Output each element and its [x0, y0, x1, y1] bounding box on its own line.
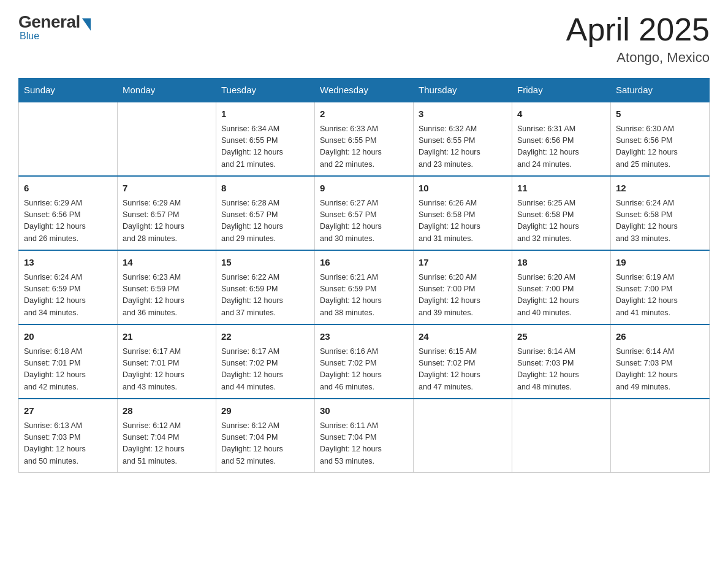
- header-sunday: Sunday: [19, 79, 118, 102]
- day-info: Sunrise: 6:14 AMSunset: 7:03 PMDaylight:…: [616, 346, 704, 394]
- logo-blue-text: Blue: [20, 31, 39, 42]
- calendar-cell: 11Sunrise: 6:25 AMSunset: 6:58 PMDayligh…: [512, 176, 611, 250]
- day-info: Sunrise: 6:26 AMSunset: 6:58 PMDaylight:…: [419, 197, 507, 245]
- calendar-cell: 26Sunrise: 6:14 AMSunset: 7:03 PMDayligh…: [611, 324, 710, 399]
- day-info: Sunrise: 6:34 AMSunset: 6:55 PMDaylight:…: [221, 123, 309, 171]
- page-header: General Blue April 2025 Atongo, Mexico: [18, 12, 710, 66]
- calendar-cell: 30Sunrise: 6:11 AMSunset: 7:04 PMDayligh…: [315, 399, 414, 473]
- day-number: 24: [419, 330, 507, 344]
- day-number: 3: [419, 107, 507, 121]
- logo-general-text: General: [18, 12, 80, 32]
- header-wednesday: Wednesday: [315, 79, 414, 102]
- day-number: 1: [221, 107, 309, 121]
- day-info: Sunrise: 6:22 AMSunset: 6:59 PMDaylight:…: [221, 272, 309, 320]
- day-number: 27: [24, 404, 112, 418]
- calendar-cell: 18Sunrise: 6:20 AMSunset: 7:00 PMDayligh…: [512, 250, 611, 324]
- day-info: Sunrise: 6:20 AMSunset: 7:00 PMDaylight:…: [419, 272, 507, 320]
- day-number: 26: [616, 330, 704, 344]
- calendar-week-2: 6Sunrise: 6:29 AMSunset: 6:56 PMDaylight…: [19, 176, 710, 250]
- day-info: Sunrise: 6:27 AMSunset: 6:57 PMDaylight:…: [320, 197, 408, 245]
- day-info: Sunrise: 6:12 AMSunset: 7:04 PMDaylight:…: [221, 420, 309, 468]
- day-number: 14: [123, 256, 211, 270]
- calendar-cell: 24Sunrise: 6:15 AMSunset: 7:02 PMDayligh…: [414, 324, 512, 399]
- calendar-cell: 15Sunrise: 6:22 AMSunset: 6:59 PMDayligh…: [216, 250, 315, 324]
- day-number: 4: [517, 107, 605, 121]
- logo-arrow-icon: [82, 18, 91, 31]
- header-thursday: Thursday: [414, 79, 512, 102]
- calendar-week-3: 13Sunrise: 6:24 AMSunset: 6:59 PMDayligh…: [19, 250, 710, 324]
- day-number: 30: [320, 404, 408, 418]
- day-number: 6: [24, 182, 112, 196]
- day-number: 17: [419, 256, 507, 270]
- calendar-cell: 28Sunrise: 6:12 AMSunset: 7:04 PMDayligh…: [118, 399, 216, 473]
- calendar-cell: 4Sunrise: 6:31 AMSunset: 6:56 PMDaylight…: [512, 102, 611, 176]
- day-info: Sunrise: 6:19 AMSunset: 7:00 PMDaylight:…: [616, 272, 704, 320]
- day-info: Sunrise: 6:15 AMSunset: 7:02 PMDaylight:…: [419, 346, 507, 394]
- day-number: 12: [616, 182, 704, 196]
- day-info: Sunrise: 6:12 AMSunset: 7:04 PMDaylight:…: [123, 420, 211, 468]
- day-info: Sunrise: 6:24 AMSunset: 6:59 PMDaylight:…: [24, 272, 112, 320]
- calendar-cell: 10Sunrise: 6:26 AMSunset: 6:58 PMDayligh…: [414, 176, 512, 250]
- calendar-cell: 19Sunrise: 6:19 AMSunset: 7:00 PMDayligh…: [611, 250, 710, 324]
- calendar-cell: 22Sunrise: 6:17 AMSunset: 7:02 PMDayligh…: [216, 324, 315, 399]
- calendar-cell: 13Sunrise: 6:24 AMSunset: 6:59 PMDayligh…: [19, 250, 118, 324]
- calendar-cell: 3Sunrise: 6:32 AMSunset: 6:55 PMDaylight…: [414, 102, 512, 176]
- day-info: Sunrise: 6:20 AMSunset: 7:00 PMDaylight:…: [517, 272, 605, 320]
- calendar-cell: 20Sunrise: 6:18 AMSunset: 7:01 PMDayligh…: [19, 324, 118, 399]
- calendar-cell: 17Sunrise: 6:20 AMSunset: 7:00 PMDayligh…: [414, 250, 512, 324]
- day-info: Sunrise: 6:29 AMSunset: 6:56 PMDaylight:…: [24, 197, 112, 245]
- day-number: 8: [221, 182, 309, 196]
- day-number: 5: [616, 107, 704, 121]
- day-number: 20: [24, 330, 112, 344]
- calendar-cell: [512, 399, 611, 473]
- day-number: 16: [320, 256, 408, 270]
- calendar-header-row: SundayMondayTuesdayWednesdayThursdayFrid…: [19, 79, 710, 102]
- day-info: Sunrise: 6:21 AMSunset: 6:59 PMDaylight:…: [320, 272, 408, 320]
- calendar-cell: 7Sunrise: 6:29 AMSunset: 6:57 PMDaylight…: [118, 176, 216, 250]
- calendar-cell: [118, 102, 216, 176]
- day-info: Sunrise: 6:32 AMSunset: 6:55 PMDaylight:…: [419, 123, 507, 171]
- day-info: Sunrise: 6:17 AMSunset: 7:02 PMDaylight:…: [221, 346, 309, 394]
- day-number: 11: [517, 182, 605, 196]
- calendar-cell: 29Sunrise: 6:12 AMSunset: 7:04 PMDayligh…: [216, 399, 315, 473]
- day-info: Sunrise: 6:23 AMSunset: 6:59 PMDaylight:…: [123, 272, 211, 320]
- calendar-cell: 21Sunrise: 6:17 AMSunset: 7:01 PMDayligh…: [118, 324, 216, 399]
- day-info: Sunrise: 6:30 AMSunset: 6:56 PMDaylight:…: [616, 123, 704, 171]
- calendar-cell: 9Sunrise: 6:27 AMSunset: 6:57 PMDaylight…: [315, 176, 414, 250]
- calendar-cell: 2Sunrise: 6:33 AMSunset: 6:55 PMDaylight…: [315, 102, 414, 176]
- day-number: 28: [123, 404, 211, 418]
- calendar-cell: 27Sunrise: 6:13 AMSunset: 7:03 PMDayligh…: [19, 399, 118, 473]
- calendar-cell: 12Sunrise: 6:24 AMSunset: 6:58 PMDayligh…: [611, 176, 710, 250]
- day-number: 29: [221, 404, 309, 418]
- day-number: 10: [419, 182, 507, 196]
- calendar-cell: 1Sunrise: 6:34 AMSunset: 6:55 PMDaylight…: [216, 102, 315, 176]
- title-block: April 2025 Atongo, Mexico: [566, 12, 710, 66]
- day-info: Sunrise: 6:24 AMSunset: 6:58 PMDaylight:…: [616, 197, 704, 245]
- day-info: Sunrise: 6:11 AMSunset: 7:04 PMDaylight:…: [320, 420, 408, 468]
- calendar-title: April 2025: [566, 12, 710, 47]
- calendar-cell: 23Sunrise: 6:16 AMSunset: 7:02 PMDayligh…: [315, 324, 414, 399]
- day-info: Sunrise: 6:33 AMSunset: 6:55 PMDaylight:…: [320, 123, 408, 171]
- calendar-cell: 14Sunrise: 6:23 AMSunset: 6:59 PMDayligh…: [118, 250, 216, 324]
- day-number: 13: [24, 256, 112, 270]
- logo: General Blue: [18, 12, 91, 42]
- day-info: Sunrise: 6:18 AMSunset: 7:01 PMDaylight:…: [24, 346, 112, 394]
- calendar-table: SundayMondayTuesdayWednesdayThursdayFrid…: [18, 78, 710, 473]
- day-info: Sunrise: 6:25 AMSunset: 6:58 PMDaylight:…: [517, 197, 605, 245]
- calendar-week-4: 20Sunrise: 6:18 AMSunset: 7:01 PMDayligh…: [19, 324, 710, 399]
- day-info: Sunrise: 6:13 AMSunset: 7:03 PMDaylight:…: [24, 420, 112, 468]
- day-number: 22: [221, 330, 309, 344]
- calendar-week-5: 27Sunrise: 6:13 AMSunset: 7:03 PMDayligh…: [19, 399, 710, 473]
- header-monday: Monday: [118, 79, 216, 102]
- header-saturday: Saturday: [611, 79, 710, 102]
- header-friday: Friday: [512, 79, 611, 102]
- day-info: Sunrise: 6:29 AMSunset: 6:57 PMDaylight:…: [123, 197, 211, 245]
- calendar-location: Atongo, Mexico: [566, 50, 710, 66]
- calendar-cell: [611, 399, 710, 473]
- calendar-cell: [414, 399, 512, 473]
- day-info: Sunrise: 6:14 AMSunset: 7:03 PMDaylight:…: [517, 346, 605, 394]
- day-info: Sunrise: 6:17 AMSunset: 7:01 PMDaylight:…: [123, 346, 211, 394]
- calendar-cell: 8Sunrise: 6:28 AMSunset: 6:57 PMDaylight…: [216, 176, 315, 250]
- day-number: 18: [517, 256, 605, 270]
- day-number: 9: [320, 182, 408, 196]
